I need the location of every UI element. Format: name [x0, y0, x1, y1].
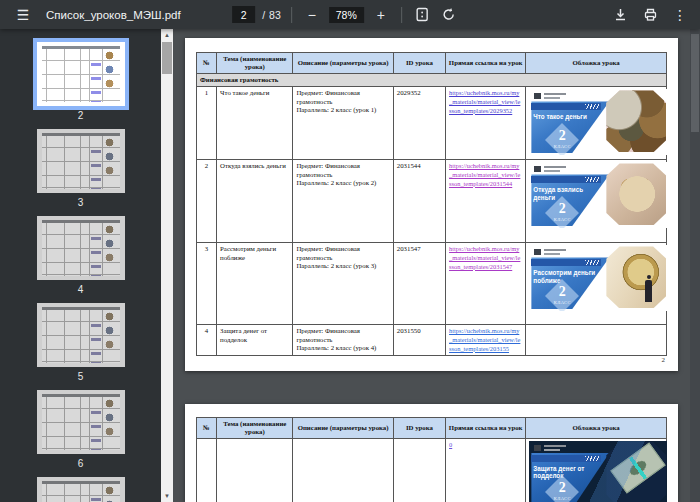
row-link-cell: https://uchebnik.mos.ru/my_materials/mat… — [446, 87, 526, 160]
zoom-level: 78% — [329, 7, 364, 23]
table-row: 3 Рассмотрим деньги поближе Предмет: Фин… — [197, 243, 667, 325]
row-cover-cell — [526, 325, 667, 356]
lesson-cover-card: Откуда взялись деньги 2 класс — [529, 162, 667, 228]
coins-photo — [606, 90, 666, 152]
row-link-cell: https://uchebnik.mos.ru/my_materials/mat… — [446, 325, 526, 356]
col-header-num: № — [197, 53, 217, 74]
person-silhouette — [645, 280, 652, 302]
cover-banner — [531, 103, 601, 110]
toolbar-right: ⋮ — [608, 0, 692, 29]
row-num: 3 — [197, 243, 217, 325]
row-link-cell: 0 — [446, 439, 526, 502]
thumbnail-label: 4 — [78, 284, 84, 296]
row-num: 1 — [197, 87, 217, 160]
col-header-id: ID урока — [393, 53, 445, 74]
row-cover-cell: Что такое деньги 2 класс — [526, 87, 667, 160]
toolbar-divider — [291, 7, 292, 23]
thumbnail-page-4[interactable]: 4 — [0, 216, 161, 296]
thumbnail-page-2[interactable]: 2 — [0, 42, 161, 122]
table-row: 1 Что такое деньги Предмет: Финансовая г… — [197, 87, 667, 160]
row-link-cell: https://uchebnik.mos.ru/my_materials/mat… — [446, 243, 526, 325]
menu-icon[interactable]: ☰ — [12, 4, 34, 26]
row-lesson-id: 2031550 — [393, 325, 445, 356]
more-options-icon[interactable]: ⋮ — [668, 5, 692, 25]
row-topic — [217, 439, 293, 502]
row-lesson-id: 2029352 — [393, 87, 445, 160]
table-row: 2 Откуда взялись деньги Предмет: Финансо… — [197, 160, 667, 243]
sidebar-scrollbar[interactable]: ▲ ▼ — [161, 29, 173, 502]
row-lesson-id: 2031547 — [393, 243, 445, 325]
lesson-link[interactable]: https://uchebnik.mos.ru/my_materials/mat… — [449, 245, 522, 271]
col-header-cover: Обложка урока — [526, 418, 667, 439]
thumbnail-label: 5 — [78, 371, 84, 383]
table-row-continuation: 0 Защита денег от подделок 2 класс — [197, 439, 667, 502]
cover-banner — [531, 259, 601, 266]
page-count: / 83 — [262, 9, 281, 21]
thumbnail-preview — [42, 220, 120, 276]
lesson-link[interactable]: https://uchebnik.mos.ru/my_materials/mat… — [449, 162, 522, 188]
row-description: Предмет: Финансовая грамотность Параллел… — [293, 243, 393, 325]
coin-magnifier-photo — [606, 246, 666, 308]
row-topic: Рассмотрим деньги поближе — [217, 243, 293, 325]
col-header-desc: Описание (параметры урока) — [293, 418, 393, 439]
section-title: Финансовая грамотность — [197, 74, 667, 87]
thumbnail-label: 3 — [78, 197, 84, 209]
lesson-link[interactable]: https://uchebnik.mos.ru/my_materials/mat… — [449, 89, 522, 115]
dollar-bill — [611, 443, 666, 494]
publisher-logo-icon — [534, 444, 568, 452]
rotate-icon[interactable] — [439, 5, 459, 25]
thumbnail-preview — [42, 481, 120, 502]
thumbnail-preview — [42, 133, 120, 189]
row-num: 4 — [197, 325, 217, 356]
toolbar: ☰ Список_уроков_МЭШ.pdf / 83 − 78% + — [0, 0, 700, 29]
row-cover-cell: Откуда взялись деньги 2 класс — [526, 160, 667, 243]
zoom-out-button[interactable]: − — [302, 5, 322, 25]
shells-photo — [606, 163, 666, 225]
thumbnail-page-3[interactable]: 3 — [0, 129, 161, 209]
row-cover-cell: Защита денег от подделок 2 класс — [526, 439, 667, 502]
download-icon[interactable] — [608, 5, 632, 25]
page-number-input[interactable] — [232, 6, 255, 23]
viewer-scrollbar-thumb[interactable] — [691, 34, 699, 132]
grade-badge: 2 класс — [548, 202, 576, 224]
row-cover-cell: Рассмотрим деньги поближе 2 класс — [526, 243, 667, 325]
section-row: Финансовая грамотность — [197, 74, 667, 87]
lesson-cover-card: Рассмотрим деньги поближе 2 класс — [529, 245, 667, 311]
table-header-row: № Тема (наименование урока) Описание (па… — [197, 418, 667, 439]
row-num: 2 — [197, 160, 217, 243]
row-description: Предмет: Финансовая грамотность Параллел… — [293, 160, 393, 243]
grade-badge: 2 класс — [548, 285, 576, 307]
col-header-topic: Тема (наименование урока) — [217, 53, 293, 74]
scroll-up-icon[interactable]: ▲ — [161, 29, 173, 41]
table-row: 4 Защита денег от подделок Предмет: Фина… — [197, 325, 667, 356]
lesson-cover-card: Защита денег от подделок 2 класс — [529, 441, 667, 502]
col-header-link: Прямая ссылка на урок — [446, 53, 526, 74]
thumbnail-preview — [42, 307, 120, 363]
zoom-in-button[interactable]: + — [371, 5, 391, 25]
row-description: Предмет: Финансовая грамотность Параллел… — [293, 325, 393, 356]
scroll-down-icon[interactable]: ▼ — [161, 490, 173, 502]
lesson-link-fragment[interactable]: 0 — [449, 441, 522, 450]
grade-badge: 2 класс — [548, 481, 576, 502]
row-topic: Что такое деньги — [217, 87, 293, 160]
pdf-page-3: № Тема (наименование урока) Описание (па… — [185, 404, 678, 502]
thumbnail-preview — [42, 394, 120, 450]
viewer-scrollbar[interactable] — [690, 29, 700, 502]
thumbnail-page-5[interactable]: 5 — [0, 303, 161, 383]
toolbar-divider — [401, 7, 402, 23]
thumbnail-page-6[interactable]: 6 — [0, 390, 161, 470]
fit-page-icon[interactable] — [412, 5, 432, 25]
row-num — [197, 439, 217, 502]
sidebar-scrollbar-thumb[interactable] — [162, 42, 172, 74]
banknote-photo — [606, 442, 666, 502]
print-icon[interactable] — [638, 5, 662, 25]
lesson-cover-card: Что такое деньги 2 класс — [529, 89, 667, 155]
row-link-cell: https://uchebnik.mos.ru/my_materials/mat… — [446, 160, 526, 243]
row-description: Предмет: Финансовая грамотность Параллел… — [293, 87, 393, 160]
row-lesson-id — [393, 439, 445, 502]
lesson-link[interactable]: https://uchebnik.mos.ru/my_materials/mat… — [449, 327, 522, 353]
col-header-id: ID урока — [393, 418, 445, 439]
thumbnail-page-7[interactable] — [0, 477, 161, 502]
toolbar-center: / 83 − 78% + — [232, 0, 459, 29]
col-header-topic: Тема (наименование урока) — [217, 418, 293, 439]
